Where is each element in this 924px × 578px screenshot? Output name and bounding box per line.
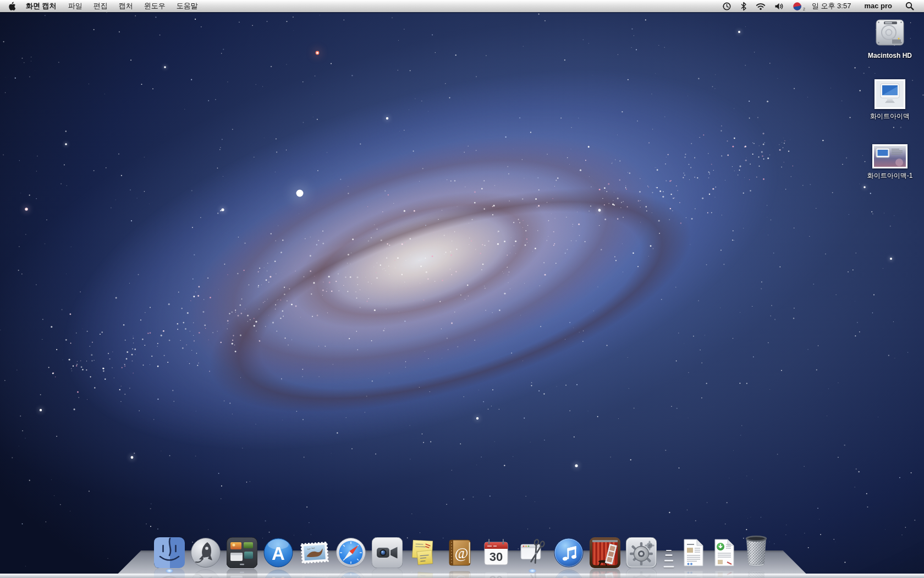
- dock-item-finder[interactable]: [154, 537, 185, 568]
- image-file-icon: [872, 144, 908, 168]
- hard-drive-icon: [873, 16, 906, 49]
- bluetooth-icon: [740, 2, 747, 11]
- desktop-icon-image-2[interactable]: 화이트아이맥-1: [856, 144, 924, 181]
- dock-item-app-store[interactable]: A: [263, 537, 294, 568]
- starfield: [0, 0, 924, 578]
- wifi-menu[interactable]: [751, 0, 770, 12]
- dock-item-document-2[interactable]: [712, 537, 737, 568]
- ical-icon: 30: [481, 537, 512, 568]
- wifi-icon: [756, 2, 766, 10]
- menu-edit[interactable]: 편집: [88, 0, 113, 12]
- spotlight-icon: [905, 2, 914, 10]
- volume-menu[interactable]: [770, 0, 788, 12]
- menu-capture[interactable]: 캡처: [113, 0, 139, 12]
- time-machine-menu[interactable]: [718, 0, 736, 12]
- icon-label: 화이트아이맥: [870, 112, 910, 121]
- trash-icon: [743, 534, 770, 568]
- bluetooth-menu[interactable]: [736, 0, 751, 12]
- apple-icon: [8, 2, 15, 11]
- dock-front-edge: [0, 574, 924, 578]
- facetime-icon: [372, 537, 403, 568]
- user-switch-menu[interactable]: mac pro: [856, 0, 901, 12]
- svg-text:@: @: [455, 545, 469, 561]
- menu-file[interactable]: 파일: [63, 0, 88, 12]
- safari-icon: [336, 537, 366, 568]
- dock-item-itunes[interactable]: [553, 537, 584, 568]
- ical-day-number: 30: [490, 550, 503, 564]
- app-menu-title[interactable]: 화면 캡처: [20, 0, 63, 12]
- spotlight-menu[interactable]: [901, 0, 919, 12]
- menu-help[interactable]: 도움말: [171, 0, 204, 12]
- dock-item-address-book[interactable]: @: [444, 537, 475, 568]
- menu-bar: 화면 캡처 파일 편집 캡처 윈도우 도움말: [0, 0, 924, 12]
- dock-item-mission-control[interactable]: [227, 537, 257, 568]
- korean-flag-icon: [793, 2, 802, 11]
- app-store-icon: A: [263, 537, 294, 568]
- clock-menu[interactable]: 일 오후 3:57: [806, 0, 857, 12]
- dock-item-system-preferences[interactable]: [626, 537, 657, 568]
- itunes-icon: [553, 537, 584, 568]
- icon-label: Macintosh HD: [868, 52, 912, 59]
- dock-item-facetime[interactable]: [372, 537, 403, 568]
- mission-control-icon: [227, 537, 257, 568]
- launchpad-icon: [190, 537, 221, 568]
- dock-item-launchpad[interactable]: [190, 537, 221, 568]
- dock-item-ical[interactable]: 30: [481, 537, 512, 568]
- dock-item-safari[interactable]: [336, 537, 366, 568]
- icon-label: 화이트아이맥-1: [867, 171, 913, 181]
- volume-icon: [774, 2, 784, 10]
- app-store-letter: A: [272, 543, 285, 564]
- dock-item-photo-booth[interactable]: [590, 537, 620, 568]
- document-icon: [712, 537, 737, 568]
- desktop-icon-image-1[interactable]: 화이트아이맥: [856, 79, 924, 121]
- dock-item-mail[interactable]: [299, 537, 330, 568]
- mail-icon: [299, 537, 330, 568]
- stickies-icon: [408, 537, 439, 568]
- document-icon: [681, 537, 706, 568]
- time-machine-icon: [722, 2, 732, 11]
- dock-item-stickies[interactable]: [408, 537, 439, 568]
- dock-item-grab[interactable]: [517, 537, 548, 568]
- dock-item-trash[interactable]: [743, 534, 770, 568]
- dock-separator: [662, 541, 675, 568]
- image-file-icon: [875, 79, 905, 109]
- apple-menu[interactable]: [0, 0, 20, 12]
- address-book-icon: @: [444, 537, 475, 568]
- menu-window[interactable]: 윈도우: [139, 0, 171, 12]
- dock: A: [154, 534, 770, 568]
- desktop-icon-macintosh-hd[interactable]: Macintosh HD: [856, 16, 924, 59]
- input-source-menu[interactable]: 2: [788, 0, 806, 12]
- dock-item-document-1[interactable]: [681, 537, 706, 568]
- grab-icon: [517, 537, 548, 568]
- photo-booth-icon: [590, 537, 620, 568]
- input-source-badge: 2: [803, 7, 805, 11]
- system-preferences-icon: [626, 537, 657, 568]
- finder-icon: [154, 537, 185, 568]
